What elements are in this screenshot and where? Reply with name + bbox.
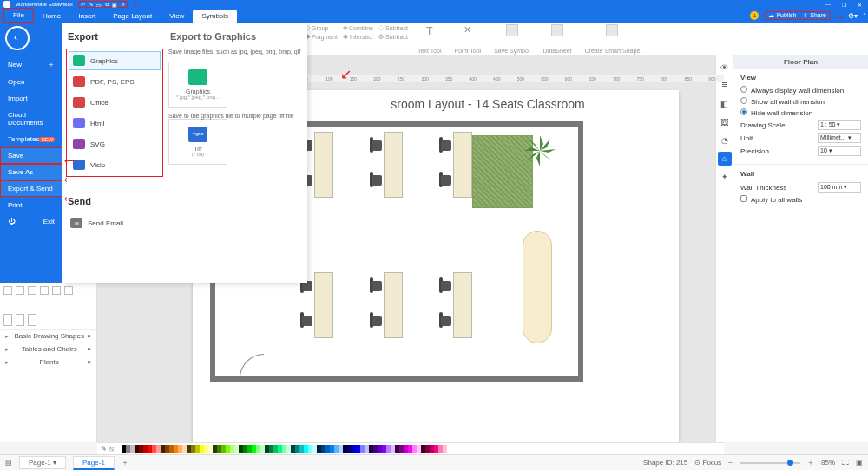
ribbon-text-tool[interactable]: TText Tool — [413, 24, 445, 54]
shape-category[interactable]: Basic Drawing Shapes× — [0, 330, 96, 343]
fit-page-icon[interactable]: ⛶ — [842, 459, 849, 467]
desk-set[interactable] — [302, 132, 365, 198]
window-restore-icon[interactable]: ❐ — [838, 2, 849, 8]
qat-icon[interactable]: ⧉ — [105, 2, 108, 8]
page-select[interactable]: Page-1 ▾ — [19, 456, 66, 469]
desk-set[interactable] — [372, 132, 434, 198]
tab-page-layout[interactable]: Page Layout — [104, 10, 161, 23]
desk-set[interactable] — [441, 132, 503, 198]
ribbon-datasheet[interactable]: DataSheet — [538, 24, 575, 54]
backstage-import[interactable]: Import — [0, 90, 62, 107]
color-swatch[interactable] — [443, 445, 447, 453]
shape-category[interactable]: Plants× — [0, 356, 96, 369]
desk-set[interactable] — [372, 272, 434, 338]
shape-category[interactable]: Tables and Chairs× — [0, 343, 96, 356]
zoom-out-button[interactable]: − — [728, 459, 733, 467]
back-button[interactable] — [5, 26, 30, 50]
share-button[interactable]: ⇪ Share — [803, 12, 826, 19]
ribbon-subtract2[interactable]: ◍ Subtract — [378, 33, 408, 40]
ribbon-group[interactable]: ◇ Group — [306, 24, 338, 31]
precision-select[interactable]: 10 ▾ — [818, 146, 861, 156]
vt-eye-icon[interactable]: 👁 — [718, 61, 732, 75]
notification-badge[interactable]: 1 — [750, 11, 759, 20]
backstage-templates[interactable]: TemplatesNEW — [0, 131, 62, 147]
publish-button[interactable]: ☁ Publish — [768, 12, 796, 19]
vt-image-icon[interactable]: 🖼 — [718, 115, 732, 129]
add-page-button[interactable]: ＋ — [122, 458, 128, 467]
ribbon-combine[interactable]: ◈ Combine — [343, 24, 373, 31]
drawing-scale-select[interactable]: 1 : 50 ▾ — [818, 120, 861, 130]
vt-fill-icon[interactable]: ◔ — [718, 134, 732, 147]
backstage-new[interactable]: New＋ — [0, 55, 62, 74]
no-fill-icon[interactable]: ⦸ — [109, 445, 114, 454]
zoom-in-button[interactable]: ＋ — [807, 458, 814, 467]
export-office[interactable]: Office — [69, 93, 161, 112]
vt-theme-icon[interactable]: ◧ — [718, 97, 732, 111]
export-tiff-card[interactable]: TIFF Tiff (*.tiff) — [168, 119, 227, 165]
export-tiff-desc: Save to the graphics file to mutiple pag… — [168, 113, 302, 119]
ribbon-save-symbol[interactable]: Save Symbol — [490, 24, 533, 54]
export-graphics[interactable]: Graphics — [69, 51, 161, 70]
window-minimize-icon[interactable]: — — [823, 2, 833, 7]
color-swatch-bar: ✎ ⦸ — [97, 442, 724, 454]
desk-set[interactable] — [302, 272, 365, 338]
desk-set[interactable] — [441, 272, 503, 338]
app-logo-icon — [3, 1, 10, 8]
opt-show-all-dim[interactable]: Show all wall dimension — [740, 97, 861, 106]
zoom-slider[interactable] — [740, 462, 800, 464]
opt-always-dim[interactable]: Always display wall dimension — [740, 86, 861, 95]
door[interactable] — [240, 354, 266, 380]
send-email-item[interactable]: ✉Send Email — [66, 213, 163, 232]
vt-floorplan-icon[interactable]: ⌂ — [718, 152, 732, 166]
collapse-ribbon-icon[interactable]: ˄ — [863, 12, 866, 20]
apply-all-walls[interactable]: Apply to all walls — [740, 195, 861, 204]
tab-file[interactable]: File — [3, 8, 34, 23]
qat-icon[interactable]: ▭ — [96, 2, 102, 8]
backstage-exit[interactable]: ⏻ Exit — [0, 213, 62, 230]
ribbon-fragment[interactable]: ◆ Fragment — [306, 33, 338, 40]
export-html[interactable]: Html — [69, 114, 161, 133]
annotation-arrow: ⟵ — [64, 175, 76, 185]
backstage-cloud-documents[interactable]: Cloud Documents — [0, 107, 62, 131]
export-pdf-ps-eps[interactable]: PDF, PS, EPS — [69, 72, 161, 91]
window-close-icon[interactable]: ✕ — [854, 2, 865, 8]
unit-select[interactable]: Millimet... ▾ — [818, 133, 861, 143]
export-visio[interactable]: Visio — [69, 155, 161, 174]
page-tab[interactable]: Page-1 — [73, 456, 115, 470]
wall-thickness-select[interactable]: 100 mm ▾ — [818, 182, 861, 193]
fullscreen-icon[interactable]: ▣ — [856, 459, 863, 467]
status-bar: ▤ Page-1 ▾ Page-1 ＋ Shape ID: 215 ⊙ Focu… — [0, 454, 868, 470]
backstage-print[interactable]: Print — [0, 197, 62, 213]
vt-ai-icon[interactable]: ✦ — [718, 170, 732, 184]
backstage-save[interactable]: Save — [0, 147, 62, 164]
settings-icon[interactable]: ⚙▾ — [848, 12, 858, 20]
ribbon-intersect[interactable]: ◉ Intersect — [343, 33, 373, 40]
qat-undo-icon[interactable]: ↶ — [81, 2, 85, 8]
qat-redo-icon[interactable]: ↷ — [89, 2, 93, 8]
export-graphics-card[interactable]: Graphics *.jpg,*.jpeg,*.png... — [168, 62, 227, 108]
tab-insert[interactable]: Insert — [69, 10, 104, 23]
ribbon-smart-shape[interactable]: Create Smart Shape — [581, 24, 644, 54]
ribbon-subtract[interactable]: ◌ Subtract — [378, 24, 408, 31]
focus-button[interactable]: ⊙ Focus — [694, 459, 721, 467]
eyedropper-icon[interactable]: ✎ — [101, 445, 107, 453]
tab-home[interactable]: Home — [34, 10, 69, 23]
ribbon-point-tool[interactable]: ✕Point Tool — [450, 24, 485, 54]
shape-id-label: Shape ID: 215 — [643, 459, 687, 467]
right-vertical-toolbar: 👁 ≣ ◧ 🖼 ◔ ⌂ ✦ — [715, 55, 733, 442]
export-svg[interactable]: SVG — [69, 134, 161, 153]
tab-symbols[interactable]: Symbols — [193, 10, 237, 23]
pages-icon[interactable]: ▤ — [5, 459, 12, 467]
backstage-open[interactable]: Open — [0, 74, 62, 90]
recent-shapes — [0, 283, 96, 310]
opt-hide-dim[interactable]: Hide wall dimension — [740, 108, 861, 117]
plant-icon[interactable] — [523, 134, 557, 168]
tab-view[interactable]: View — [161, 10, 193, 23]
annotation-arrow: ↘ — [836, 11, 843, 20]
qat-icon[interactable]: ↗ — [121, 2, 125, 8]
backstage-export-send[interactable]: Export & Send — [0, 180, 62, 197]
backstage-save-as[interactable]: Save As — [0, 164, 62, 180]
wall-thickness-label: Wall Thickness — [740, 184, 786, 192]
qat-icon[interactable]: ▣ — [112, 2, 117, 8]
oval-table[interactable] — [523, 231, 552, 343]
